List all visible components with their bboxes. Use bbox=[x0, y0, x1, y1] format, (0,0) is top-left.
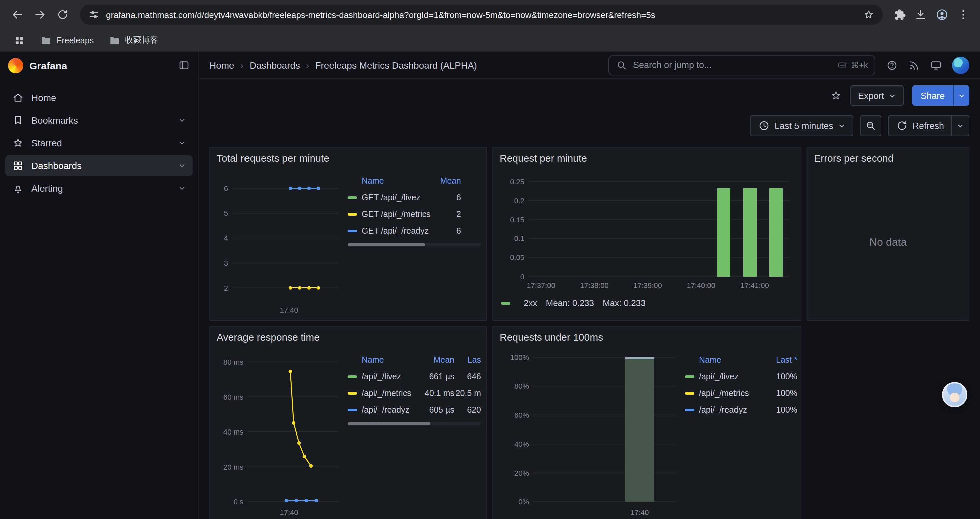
url-input[interactable] bbox=[106, 10, 857, 20]
bookmark-folder-blogs[interactable]: 收藏博客 bbox=[104, 32, 162, 48]
grafana-logo[interactable] bbox=[8, 58, 23, 73]
svg-text:40 ms: 40 ms bbox=[223, 428, 243, 436]
bookmark-star-icon[interactable] bbox=[862, 9, 875, 21]
sidebar-item-bookmarks[interactable]: Bookmarks bbox=[5, 110, 193, 131]
series-color-dash bbox=[348, 213, 357, 216]
profile-avatar bbox=[934, 7, 950, 23]
share-menu-button[interactable] bbox=[953, 86, 969, 105]
panel-title[interactable]: Average response time bbox=[210, 327, 486, 347]
svg-text:3: 3 bbox=[224, 259, 228, 267]
legend-scrollbar[interactable] bbox=[348, 243, 481, 246]
zoom-out-button[interactable] bbox=[859, 115, 881, 136]
series-color-dash bbox=[685, 392, 694, 394]
legend-header: Name Mean bbox=[348, 173, 481, 189]
legend-row[interactable]: /api/_/livez 100% bbox=[685, 368, 797, 385]
svg-text:80 ms: 80 ms bbox=[223, 358, 243, 366]
series-color-dash bbox=[348, 409, 357, 411]
search-box[interactable]: ⌘+k bbox=[608, 55, 875, 75]
panel-title[interactable]: Total requests per minute bbox=[210, 148, 486, 168]
legend-row[interactable]: /api/_/readyz 605 µs 620 bbox=[348, 401, 481, 418]
sidebar-item-starred[interactable]: Starred bbox=[5, 132, 193, 153]
legend-header-mean[interactable]: Mean bbox=[432, 176, 461, 186]
request-per-minute-chart[interactable]: 0.250.20.150.10.05017:37:0017:38:0017:39… bbox=[498, 168, 792, 296]
legend-row[interactable]: GET /api/_/metrics 2 bbox=[348, 206, 481, 222]
panel-title[interactable]: Errors per second bbox=[807, 148, 969, 168]
breadcrumb-home[interactable]: Home bbox=[210, 60, 234, 70]
refresh-button[interactable]: Refresh bbox=[888, 115, 952, 136]
grafana-sidebar: Grafana Home Bookmarks Starred bbox=[0, 52, 199, 519]
panel-requests-under-100ms: Requests under 100ms 100%80%60%40%20%0%1… bbox=[492, 326, 801, 519]
chevron-down-icon[interactable] bbox=[178, 139, 186, 147]
assistant-avatar-button[interactable] bbox=[942, 382, 967, 407]
browser-menu-button[interactable] bbox=[953, 5, 973, 25]
apps-grid-icon bbox=[13, 34, 25, 46]
user-avatar[interactable] bbox=[952, 56, 969, 74]
downloads-button[interactable] bbox=[911, 5, 931, 25]
panel-average-response-time: Average response time 80 ms60 ms40 ms20 … bbox=[210, 326, 487, 519]
address-bar[interactable] bbox=[80, 5, 883, 25]
legend-header-last[interactable]: Las bbox=[454, 355, 481, 365]
legend-header-name[interactable]: Name bbox=[348, 176, 432, 186]
series-color-dash bbox=[685, 375, 694, 378]
scrollbar-thumb[interactable] bbox=[348, 422, 430, 425]
svg-text:17:38:00: 17:38:00 bbox=[580, 281, 609, 289]
legend-row[interactable]: /api/_/readyz 100% bbox=[685, 401, 797, 418]
refresh-icon bbox=[896, 120, 908, 132]
legend-header-name[interactable]: Name bbox=[348, 355, 418, 365]
home-icon bbox=[12, 91, 24, 104]
legend-header-last[interactable]: Last * bbox=[764, 355, 797, 365]
legend-header-mean[interactable]: Mean bbox=[418, 355, 454, 365]
forward-button[interactable] bbox=[29, 4, 51, 26]
legend-row[interactable]: GET /api/_/livez 6 bbox=[348, 189, 481, 206]
refresh-interval-button[interactable] bbox=[952, 115, 969, 136]
time-range-picker[interactable]: Last 5 minutes bbox=[750, 115, 853, 136]
scrollbar-thumb[interactable] bbox=[348, 243, 425, 246]
panel-title[interactable]: Requests under 100ms bbox=[493, 327, 800, 347]
svg-text:4: 4 bbox=[224, 234, 228, 243]
sidebar-header: Grafana bbox=[0, 52, 198, 79]
legend-series-label[interactable]: 2xx bbox=[524, 298, 537, 308]
legend-scrollbar[interactable] bbox=[348, 422, 481, 425]
profile-button[interactable] bbox=[932, 5, 952, 25]
site-settings-icon[interactable] bbox=[88, 9, 100, 21]
extensions-button[interactable] bbox=[889, 5, 909, 25]
chevron-down-icon[interactable] bbox=[178, 116, 186, 124]
chevron-down-icon[interactable] bbox=[178, 184, 186, 192]
reload-button[interactable] bbox=[52, 4, 73, 26]
share-button[interactable]: Share bbox=[912, 86, 953, 105]
bookmark-label: 收藏博客 bbox=[125, 35, 158, 46]
sidebar-item-dashboards[interactable]: Dashboards bbox=[5, 155, 193, 176]
help-icon[interactable] bbox=[886, 59, 898, 71]
breadcrumb-dashboards[interactable]: Dashboards bbox=[250, 60, 300, 70]
screen: Freeleaps 收藏博客 Grafana Home bbox=[0, 0, 980, 519]
favorite-star-button[interactable] bbox=[830, 89, 842, 102]
chevron-down-icon[interactable] bbox=[178, 162, 186, 170]
under-100ms-chart[interactable]: 100%80%60%40%20%0%17:40 bbox=[498, 347, 680, 519]
download-icon bbox=[914, 8, 927, 21]
svg-text:5: 5 bbox=[224, 209, 228, 217]
bookmark-folder-freeleaps[interactable]: Freeleaps bbox=[36, 32, 98, 48]
brand-title: Grafana bbox=[29, 60, 172, 71]
legend-row[interactable]: GET /api/_/readyz 6 bbox=[348, 222, 481, 239]
dashboard-content: Export Share Last 5 minutes bbox=[199, 79, 980, 519]
under-100ms-legend: Name Last * /api/_/livez 100% bbox=[685, 347, 797, 519]
legend-row[interactable]: /api/_/metrics 40.1 ms 20.5 m bbox=[348, 385, 481, 401]
svg-text:0.15: 0.15 bbox=[510, 216, 524, 224]
monitor-icon[interactable] bbox=[930, 59, 942, 71]
search-input[interactable] bbox=[633, 60, 832, 70]
news-rss-icon[interactable] bbox=[908, 59, 920, 71]
sidebar-item-alerting[interactable]: Alerting bbox=[5, 178, 193, 199]
legend-row[interactable]: /api/_/metrics 100% bbox=[685, 385, 797, 401]
legend-header-name[interactable]: Name bbox=[685, 355, 764, 365]
total-requests-chart[interactable]: 6543217:40 bbox=[215, 168, 342, 317]
avg-response-chart[interactable]: 80 ms60 ms40 ms20 ms0 s17:40 bbox=[215, 347, 342, 519]
legend-row[interactable]: /api/_/livez 661 µs 646 bbox=[348, 368, 481, 385]
apps-shortcut-button[interactable] bbox=[10, 30, 29, 50]
panel-errors-per-second: Errors per second No data bbox=[807, 147, 969, 321]
sidebar-item-home[interactable]: Home bbox=[5, 87, 193, 108]
dock-sidebar-icon[interactable] bbox=[178, 59, 190, 72]
export-button[interactable]: Export bbox=[850, 86, 904, 105]
svg-text:0.25: 0.25 bbox=[510, 178, 524, 186]
panel-title[interactable]: Request per minute bbox=[493, 148, 800, 168]
back-button[interactable] bbox=[7, 4, 28, 26]
